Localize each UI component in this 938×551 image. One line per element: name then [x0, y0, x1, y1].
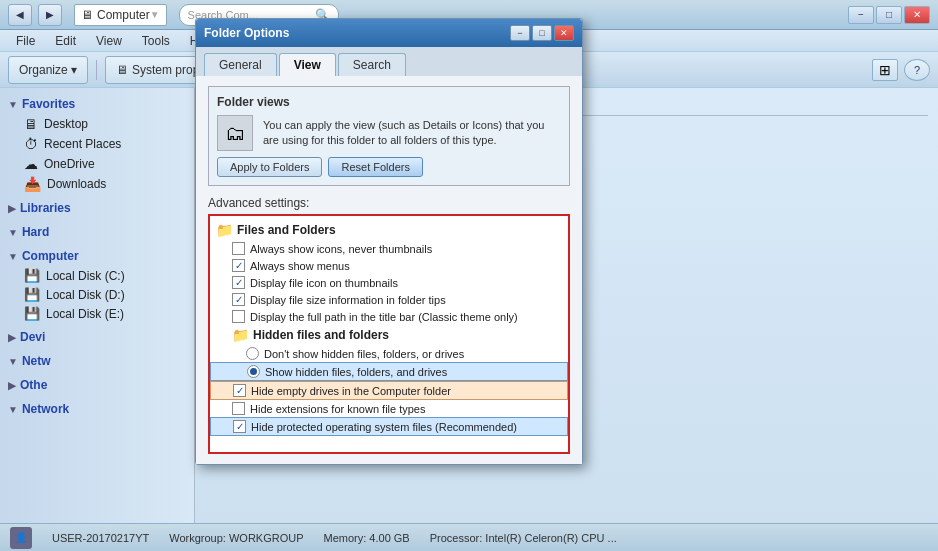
cb-always-show-icons[interactable]	[232, 242, 245, 255]
organize-label: Organize ▾	[19, 63, 77, 77]
toolbar-separator	[96, 60, 97, 80]
setting-display-full-path[interactable]: Display the full path in the title bar (…	[210, 308, 568, 325]
dialog-controls: − □ ✕	[510, 25, 574, 41]
menu-view[interactable]: View	[88, 32, 130, 50]
setting-hide-extensions[interactable]: Hide extensions for known file types	[210, 400, 568, 417]
sidebar-item-e[interactable]: 💾 Local Disk (E:)	[0, 304, 194, 323]
dialog-maximize[interactable]: □	[532, 25, 552, 41]
tab-view[interactable]: View	[279, 53, 336, 76]
favorites-section: ▼ Favorites 🖥 Desktop ⏱ Recent Places ☁ …	[0, 94, 194, 194]
drive-c-label: Local Disk (C:)	[46, 269, 125, 283]
rb-dont-show-hidden[interactable]	[246, 347, 259, 360]
label-dont-show-hidden: Don't show hidden files, folders, or dri…	[264, 348, 464, 360]
cb-hide-protected[interactable]	[233, 420, 246, 433]
settings-list[interactable]: 📁 Files and Folders Always show icons, n…	[208, 214, 570, 454]
cb-display-file-size[interactable]	[232, 293, 245, 306]
computer-label: Computer	[22, 249, 79, 263]
other-arrow: ▶	[8, 380, 16, 391]
other-header[interactable]: ▶ Othe	[0, 375, 194, 395]
computer-icon: 🖥	[81, 8, 93, 22]
cb-always-show-menus[interactable]	[232, 259, 245, 272]
close-button[interactable]: ✕	[904, 6, 930, 24]
computer-section: ▼ Computer 💾 Local Disk (C:) 💾 Local Dis…	[0, 246, 194, 323]
favorites-label: Favorites	[22, 97, 75, 111]
setting-always-show-menus[interactable]: Always show menus	[210, 257, 568, 274]
view-toggle-button[interactable]: ⊞	[872, 59, 898, 81]
sysprops-icon: 🖥	[116, 63, 128, 77]
cb-hide-empty-drives[interactable]	[233, 384, 246, 397]
dialog-minimize[interactable]: −	[510, 25, 530, 41]
sidebar-item-desktop[interactable]: 🖥 Desktop	[0, 114, 194, 134]
processor-info: Processor: Intel(R) Celeron(R) CPU ...	[430, 532, 617, 544]
hidden-files-label: Hidden files and folders	[253, 328, 389, 342]
label-display-file-icon: Display file icon on thumbnails	[250, 277, 398, 289]
files-folders-icon: 📁	[216, 222, 233, 238]
sidebar-item-downloads[interactable]: 📥 Downloads	[0, 174, 194, 194]
setting-show-hidden[interactable]: Show hidden files, folders, and drives	[210, 362, 568, 381]
workgroup: Workgroup: WORKGROUP	[169, 532, 303, 544]
forward-button[interactable]: ▶	[38, 4, 62, 26]
sidebar-item-onedrive[interactable]: ☁ OneDrive	[0, 154, 194, 174]
network-full-header[interactable]: ▼ Network	[0, 399, 194, 419]
cb-hide-extensions[interactable]	[232, 402, 245, 415]
hard-disk-label: Hard	[22, 225, 49, 239]
toolbar-right: ⊞ ?	[872, 59, 930, 81]
sidebar-item-c[interactable]: 💾 Local Disk (C:)	[0, 266, 194, 285]
devices-section: ▶ Devi	[0, 327, 194, 347]
devices-label: Devi	[20, 330, 45, 344]
cb-display-file-icon[interactable]	[232, 276, 245, 289]
setting-display-file-size[interactable]: Display file size information in folder …	[210, 291, 568, 308]
user-name: USER-20170217YT	[52, 532, 149, 544]
drive-d-label: Local Disk (D:)	[46, 288, 125, 302]
rb-show-hidden[interactable]	[247, 365, 260, 378]
label-hide-empty-drives: Hide empty drives in the Computer folder	[251, 385, 451, 397]
folder-views-buttons: Apply to Folders Reset Folders	[217, 157, 561, 177]
label-hide-extensions: Hide extensions for known file types	[250, 403, 425, 415]
label-display-full-path: Display the full path in the title bar (…	[250, 311, 518, 323]
label-hide-protected: Hide protected operating system files (R…	[251, 421, 517, 433]
maximize-button[interactable]: □	[876, 6, 902, 24]
network-full-section: ▼ Network	[0, 399, 194, 419]
menu-tools[interactable]: Tools	[134, 32, 178, 50]
computer-header[interactable]: ▼ Computer	[0, 246, 194, 266]
sidebar-item-recent[interactable]: ⏱ Recent Places	[0, 134, 194, 154]
tab-search[interactable]: Search	[338, 53, 406, 76]
dropdown-arrow[interactable]: ▼	[150, 9, 160, 20]
setting-hide-empty-drives[interactable]: Hide empty drives in the Computer folder	[210, 381, 568, 400]
setting-hide-protected[interactable]: Hide protected operating system files (R…	[210, 417, 568, 436]
favorites-arrow: ▼	[8, 99, 18, 110]
setting-always-show-icons[interactable]: Always show icons, never thumbnails	[210, 240, 568, 257]
back-button[interactable]: ◀	[8, 4, 32, 26]
setting-display-file-icon[interactable]: Display file icon on thumbnails	[210, 274, 568, 291]
devices-header[interactable]: ▶ Devi	[0, 327, 194, 347]
apply-folders-button[interactable]: Apply to Folders	[217, 157, 322, 177]
sidebar-item-d[interactable]: 💾 Local Disk (D:)	[0, 285, 194, 304]
network-header[interactable]: ▼ Netw	[0, 351, 194, 371]
address-text: Computer	[97, 8, 150, 22]
drive-e-label: Local Disk (E:)	[46, 307, 124, 321]
network-full-label: Network	[22, 402, 69, 416]
reset-folders-button[interactable]: Reset Folders	[328, 157, 422, 177]
label-always-show-icons: Always show icons, never thumbnails	[250, 243, 432, 255]
menu-file[interactable]: File	[8, 32, 43, 50]
label-always-show-menus: Always show menus	[250, 260, 350, 272]
sidebar: ▼ Favorites 🖥 Desktop ⏱ Recent Places ☁ …	[0, 88, 195, 523]
folder-views-section: Folder views 🗂 You can apply the view (s…	[208, 86, 570, 186]
minimize-button[interactable]: −	[848, 6, 874, 24]
cb-display-full-path[interactable]	[232, 310, 245, 323]
organize-button[interactable]: Organize ▾	[8, 56, 88, 84]
hard-disk-header[interactable]: ▼ Hard	[0, 222, 194, 242]
favorites-header[interactable]: ▼ Favorites	[0, 94, 194, 114]
tab-general[interactable]: General	[204, 53, 277, 76]
network-full-arrow: ▼	[8, 404, 18, 415]
libraries-header[interactable]: ▶ Libraries	[0, 198, 194, 218]
menu-edit[interactable]: Edit	[47, 32, 84, 50]
setting-dont-show-hidden[interactable]: Don't show hidden files, folders, or dri…	[210, 345, 568, 362]
dialog-close[interactable]: ✕	[554, 25, 574, 41]
help-button[interactable]: ?	[904, 59, 930, 81]
hidden-files-icon: 📁	[232, 327, 249, 343]
address-bar[interactable]: 🖥 Computer ▼	[74, 4, 167, 26]
drive-c-icon: 💾	[24, 268, 40, 283]
downloads-label: Downloads	[47, 177, 106, 191]
downloads-icon: 📥	[24, 176, 41, 192]
